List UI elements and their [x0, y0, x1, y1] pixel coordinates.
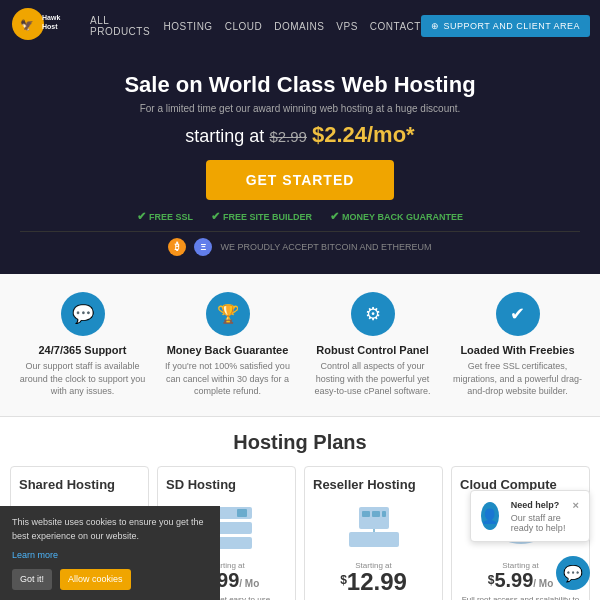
guarantee-icon: 🏆	[206, 292, 250, 336]
chat-icon: 💬	[563, 564, 583, 583]
starting-at-label: starting at	[185, 126, 264, 146]
old-price: $2.99	[269, 128, 307, 145]
plan-reseller-dollar: $	[340, 574, 347, 586]
svg-rect-20	[382, 511, 386, 517]
svg-rect-18	[362, 511, 370, 517]
learn-more-link[interactable]: Learn more	[12, 550, 58, 560]
plan-cloud-mo: / Mo	[533, 578, 553, 589]
help-close-button[interactable]: ×	[573, 499, 579, 511]
cookie-banner: This website uses cookies to ensure you …	[0, 506, 220, 600]
help-avatar: 👤	[481, 502, 499, 530]
check-icon: ✔	[137, 210, 146, 223]
feature-support-title: 24/7/365 Support	[18, 344, 148, 356]
plan-reseller-icon	[313, 500, 434, 555]
svg-text:Hawk: Hawk	[42, 14, 60, 21]
feature-cpanel-title: Robust Control Panel	[308, 344, 438, 356]
feature-guarantee: 🏆 Money Back Guarantee If you're not 100…	[163, 292, 293, 398]
feature-guarantee-desc: If you're not 100% satisfied you can can…	[163, 360, 293, 398]
plan-card-reseller: Reseller Hosting Starting at $12.99 Quic…	[304, 466, 443, 600]
nav-hosting[interactable]: Hosting	[164, 21, 213, 32]
help-subtitle: Our staff are ready to help!	[511, 513, 579, 533]
feature-badges: ✔ FREE SSL ✔ FREE SITE BUILDER ✔ MONEY B…	[20, 210, 580, 223]
chat-bubble-button[interactable]: 💬	[556, 556, 590, 590]
logo[interactable]: 🦅 Hawk Host	[10, 6, 80, 46]
plan-sd-mo: / Mo	[239, 578, 259, 589]
svg-text:🦅: 🦅	[20, 18, 34, 32]
hero-subtitle: For a limited time get our award winning…	[20, 103, 580, 114]
features-section: 💬 24/7/365 Support Our support staff is …	[0, 274, 600, 417]
cookie-buttons: Got it! Allow cookies	[12, 569, 208, 591]
crypto-text: WE PROUDLY ACCEPT BITCOIN AND ETHEREUM	[220, 242, 431, 252]
plan-cloud-desc: Full root access and scalability to meet…	[460, 595, 581, 600]
feature-freebies-desc: Get free SSL certificates, migrations, a…	[453, 360, 583, 398]
badge-site-builder: ✔ FREE SITE BUILDER	[211, 210, 312, 223]
ethereum-icon: Ξ	[194, 238, 212, 256]
support-icon: ⊕	[431, 21, 440, 31]
nav-domains[interactable]: Domains	[274, 21, 324, 32]
check-icon: ✔	[211, 210, 220, 223]
feature-freebies-title: Loaded With Freebies	[453, 344, 583, 356]
plans-title: Hosting Plans	[10, 431, 590, 454]
feature-guarantee-title: Money Back Guarantee	[163, 344, 293, 356]
site-header: 🦅 Hawk Host All Products Hosting Cloud D…	[0, 0, 600, 52]
plan-reseller-name: Reseller Hosting	[313, 477, 434, 492]
hero-title: Sale on World Class Web Hosting	[20, 72, 580, 98]
allow-cookies-button[interactable]: Allow cookies	[60, 569, 131, 591]
svg-rect-16	[237, 509, 247, 517]
nav-all-products[interactable]: All Products	[90, 15, 152, 37]
help-title: Need help? ×	[511, 499, 579, 511]
nav-cloud[interactable]: Cloud	[225, 21, 263, 32]
hero-price: starting at $2.99 $2.24/mo*	[20, 122, 580, 148]
nav-vps[interactable]: VPS	[336, 21, 358, 32]
bitcoin-icon: ₿	[168, 238, 186, 256]
cookie-text: This website uses cookies to ensure you …	[12, 516, 208, 543]
plan-sd-name: SD Hosting	[166, 477, 287, 492]
feature-freebies: ✔ Loaded With Freebies Get free SSL cert…	[453, 292, 583, 398]
got-it-button[interactable]: Got it!	[12, 569, 52, 591]
help-tooltip: 👤 Need help? × Our staff are ready to he…	[470, 490, 590, 542]
svg-rect-17	[359, 507, 389, 529]
svg-text:Host: Host	[42, 23, 58, 30]
cpanel-icon: ⚙	[351, 292, 395, 336]
feature-cpanel: ⚙ Robust Control Panel Control all aspec…	[308, 292, 438, 398]
svg-rect-21	[349, 532, 399, 547]
get-started-button[interactable]: GET STARTED	[206, 160, 395, 200]
freebies-icon: ✔	[496, 292, 540, 336]
check-icon: ✔	[330, 210, 339, 223]
crypto-row: ₿ Ξ WE PROUDLY ACCEPT BITCOIN AND ETHERE…	[20, 231, 580, 262]
feature-support-desc: Our support staff is available around th…	[18, 360, 148, 398]
plan-reseller-price: $12.99	[313, 570, 434, 594]
support-icon: 💬	[61, 292, 105, 336]
new-price: $2.24/mo*	[312, 122, 415, 147]
support-client-area-button[interactable]: ⊕ Support and Client Area	[421, 15, 590, 37]
svg-rect-19	[372, 511, 380, 517]
badge-ssl: ✔ FREE SSL	[137, 210, 193, 223]
nav-contact[interactable]: Contact	[370, 21, 421, 32]
logo-icon: 🦅 Hawk Host	[10, 6, 80, 46]
badge-money-back: ✔ MONEY BACK GUARANTEE	[330, 210, 463, 223]
hero-section: Sale on World Class Web Hosting For a li…	[0, 52, 600, 274]
feature-cpanel-desc: Control all aspects of your hosting with…	[308, 360, 438, 398]
feature-support: 💬 24/7/365 Support Our support staff is …	[18, 292, 148, 398]
main-nav: All Products Hosting Cloud Domains VPS C…	[90, 15, 421, 37]
plan-shared-name: Shared Hosting	[19, 477, 140, 492]
